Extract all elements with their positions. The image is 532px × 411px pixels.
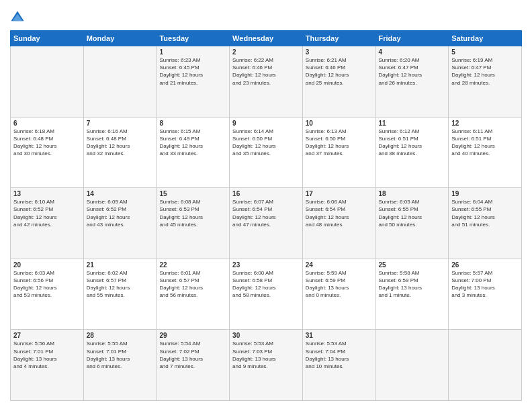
day-info: Sunrise: 6:18 AM Sunset: 6:48 PM Dayligh… bbox=[13, 128, 81, 158]
day-number: 4 bbox=[379, 48, 446, 56]
calendar-week-row: 13Sunrise: 6:10 AM Sunset: 6:52 PM Dayli… bbox=[11, 188, 522, 259]
day-number: 12 bbox=[451, 120, 519, 127]
day-number: 30 bbox=[232, 332, 300, 339]
calendar-cell: 28Sunrise: 5:55 AM Sunset: 7:01 PM Dayli… bbox=[83, 330, 157, 401]
day-number: 14 bbox=[87, 190, 154, 197]
calendar-cell: 20Sunrise: 6:03 AM Sunset: 6:56 PM Dayli… bbox=[11, 259, 84, 330]
weekday-header: Tuesday bbox=[157, 31, 230, 46]
calendar-week-row: 1Sunrise: 6:23 AM Sunset: 6:45 PM Daylig… bbox=[11, 46, 522, 118]
calendar-cell: 31Sunrise: 5:53 AM Sunset: 7:04 PM Dayli… bbox=[302, 330, 375, 401]
day-number: 15 bbox=[159, 190, 226, 197]
calendar-cell: 1Sunrise: 6:23 AM Sunset: 6:45 PM Daylig… bbox=[157, 46, 230, 118]
calendar-cell: 10Sunrise: 6:13 AM Sunset: 6:50 PM Dayli… bbox=[302, 117, 375, 188]
day-info: Sunrise: 6:03 AM Sunset: 6:56 PM Dayligh… bbox=[13, 269, 81, 300]
day-info: Sunrise: 5:53 AM Sunset: 7:03 PM Dayligh… bbox=[232, 340, 300, 370]
day-info: Sunrise: 5:58 AM Sunset: 6:59 PM Dayligh… bbox=[379, 269, 446, 300]
calendar-cell: 25Sunrise: 5:58 AM Sunset: 6:59 PM Dayli… bbox=[375, 259, 449, 330]
day-info: Sunrise: 6:08 AM Sunset: 6:53 PM Dayligh… bbox=[159, 198, 226, 228]
day-number: 18 bbox=[379, 190, 446, 197]
day-info: Sunrise: 6:10 AM Sunset: 6:52 PM Dayligh… bbox=[13, 198, 81, 228]
calendar-cell: 27Sunrise: 5:56 AM Sunset: 7:01 PM Dayli… bbox=[11, 330, 84, 401]
day-number: 24 bbox=[306, 261, 373, 269]
calendar-cell: 6Sunrise: 6:18 AM Sunset: 6:48 PM Daylig… bbox=[11, 117, 84, 188]
day-info: Sunrise: 6:23 AM Sunset: 6:45 PM Dayligh… bbox=[159, 56, 226, 87]
day-info: Sunrise: 6:00 AM Sunset: 6:58 PM Dayligh… bbox=[232, 269, 300, 300]
day-number: 29 bbox=[159, 332, 226, 339]
day-number: 10 bbox=[306, 120, 373, 127]
day-info: Sunrise: 6:14 AM Sunset: 6:50 PM Dayligh… bbox=[232, 128, 300, 158]
calendar-cell: 13Sunrise: 6:10 AM Sunset: 6:52 PM Dayli… bbox=[11, 188, 84, 259]
calendar-week-row: 27Sunrise: 5:56 AM Sunset: 7:01 PM Dayli… bbox=[11, 330, 522, 401]
day-info: Sunrise: 6:12 AM Sunset: 6:51 PM Dayligh… bbox=[379, 128, 446, 158]
day-info: Sunrise: 6:16 AM Sunset: 6:48 PM Dayligh… bbox=[87, 128, 154, 158]
day-number: 28 bbox=[87, 332, 154, 339]
day-info: Sunrise: 6:22 AM Sunset: 6:46 PM Dayligh… bbox=[232, 56, 300, 87]
day-info: Sunrise: 5:56 AM Sunset: 7:01 PM Dayligh… bbox=[13, 340, 81, 370]
weekday-header: Saturday bbox=[449, 31, 522, 46]
calendar-cell: 4Sunrise: 6:20 AM Sunset: 6:47 PM Daylig… bbox=[375, 46, 449, 118]
day-info: Sunrise: 6:01 AM Sunset: 6:57 PM Dayligh… bbox=[159, 269, 226, 300]
day-number: 8 bbox=[159, 120, 226, 127]
day-info: Sunrise: 6:13 AM Sunset: 6:50 PM Dayligh… bbox=[306, 128, 373, 158]
calendar-week-row: 20Sunrise: 6:03 AM Sunset: 6:56 PM Dayli… bbox=[11, 259, 522, 330]
day-number: 21 bbox=[87, 261, 154, 269]
day-info: Sunrise: 6:02 AM Sunset: 6:57 PM Dayligh… bbox=[87, 269, 154, 300]
day-info: Sunrise: 6:19 AM Sunset: 6:47 PM Dayligh… bbox=[451, 56, 519, 87]
day-number: 17 bbox=[306, 190, 373, 197]
calendar-table: SundayMondayTuesdayWednesdayThursdayFrid… bbox=[10, 30, 522, 401]
day-info: Sunrise: 6:20 AM Sunset: 6:47 PM Dayligh… bbox=[379, 56, 446, 87]
day-number: 1 bbox=[159, 48, 226, 56]
day-info: Sunrise: 5:54 AM Sunset: 7:02 PM Dayligh… bbox=[159, 340, 226, 370]
day-info: Sunrise: 6:21 AM Sunset: 6:46 PM Dayligh… bbox=[306, 56, 373, 87]
calendar-cell: 7Sunrise: 6:16 AM Sunset: 6:48 PM Daylig… bbox=[83, 117, 157, 188]
calendar-week-row: 6Sunrise: 6:18 AM Sunset: 6:48 PM Daylig… bbox=[11, 117, 522, 188]
logo bbox=[10, 10, 27, 25]
day-number: 31 bbox=[306, 332, 373, 339]
day-number: 22 bbox=[159, 261, 226, 269]
day-number: 6 bbox=[13, 120, 81, 127]
calendar-cell: 29Sunrise: 5:54 AM Sunset: 7:02 PM Dayli… bbox=[157, 330, 230, 401]
calendar-header-row: SundayMondayTuesdayWednesdayThursdayFrid… bbox=[11, 31, 522, 46]
calendar-cell: 8Sunrise: 6:15 AM Sunset: 6:49 PM Daylig… bbox=[157, 117, 230, 188]
day-info: Sunrise: 5:57 AM Sunset: 7:00 PM Dayligh… bbox=[451, 269, 519, 300]
calendar-cell bbox=[449, 330, 522, 401]
day-number: 20 bbox=[13, 261, 81, 269]
calendar-cell: 9Sunrise: 6:14 AM Sunset: 6:50 PM Daylig… bbox=[230, 117, 303, 188]
day-number: 26 bbox=[451, 261, 519, 269]
day-number: 19 bbox=[451, 190, 519, 197]
weekday-header: Sunday bbox=[11, 31, 84, 46]
day-number: 27 bbox=[13, 332, 81, 339]
day-info: Sunrise: 6:11 AM Sunset: 6:51 PM Dayligh… bbox=[451, 128, 519, 158]
calendar-cell: 14Sunrise: 6:09 AM Sunset: 6:52 PM Dayli… bbox=[83, 188, 157, 259]
calendar-cell: 18Sunrise: 6:05 AM Sunset: 6:55 PM Dayli… bbox=[375, 188, 449, 259]
calendar-cell: 15Sunrise: 6:08 AM Sunset: 6:53 PM Dayli… bbox=[157, 188, 230, 259]
day-info: Sunrise: 6:05 AM Sunset: 6:55 PM Dayligh… bbox=[379, 198, 446, 228]
day-number: 9 bbox=[232, 120, 300, 127]
calendar-cell: 5Sunrise: 6:19 AM Sunset: 6:47 PM Daylig… bbox=[449, 46, 522, 118]
calendar-cell bbox=[11, 46, 84, 118]
weekday-header: Thursday bbox=[302, 31, 375, 46]
day-info: Sunrise: 5:59 AM Sunset: 6:59 PM Dayligh… bbox=[306, 269, 373, 300]
day-info: Sunrise: 6:15 AM Sunset: 6:49 PM Dayligh… bbox=[159, 128, 226, 158]
day-number: 5 bbox=[451, 48, 519, 56]
calendar-cell: 11Sunrise: 6:12 AM Sunset: 6:51 PM Dayli… bbox=[375, 117, 449, 188]
calendar-cell: 30Sunrise: 5:53 AM Sunset: 7:03 PM Dayli… bbox=[230, 330, 303, 401]
page: SundayMondayTuesdayWednesdayThursdayFrid… bbox=[0, 0, 532, 411]
day-info: Sunrise: 5:55 AM Sunset: 7:01 PM Dayligh… bbox=[87, 340, 154, 370]
calendar-cell: 17Sunrise: 6:06 AM Sunset: 6:54 PM Dayli… bbox=[302, 188, 375, 259]
calendar-cell: 24Sunrise: 5:59 AM Sunset: 6:59 PM Dayli… bbox=[302, 259, 375, 330]
weekday-header: Friday bbox=[375, 31, 449, 46]
day-number: 2 bbox=[232, 48, 300, 56]
calendar-cell: 23Sunrise: 6:00 AM Sunset: 6:58 PM Dayli… bbox=[230, 259, 303, 330]
calendar-cell: 12Sunrise: 6:11 AM Sunset: 6:51 PM Dayli… bbox=[449, 117, 522, 188]
calendar-cell bbox=[375, 330, 449, 401]
calendar-cell bbox=[83, 46, 157, 118]
day-number: 13 bbox=[13, 190, 81, 197]
day-info: Sunrise: 5:53 AM Sunset: 7:04 PM Dayligh… bbox=[306, 340, 373, 370]
calendar-cell: 26Sunrise: 5:57 AM Sunset: 7:00 PM Dayli… bbox=[449, 259, 522, 330]
day-number: 23 bbox=[232, 261, 300, 269]
day-number: 16 bbox=[232, 190, 300, 197]
day-number: 3 bbox=[306, 48, 373, 56]
weekday-header: Monday bbox=[83, 31, 157, 46]
day-info: Sunrise: 6:07 AM Sunset: 6:54 PM Dayligh… bbox=[232, 198, 300, 228]
